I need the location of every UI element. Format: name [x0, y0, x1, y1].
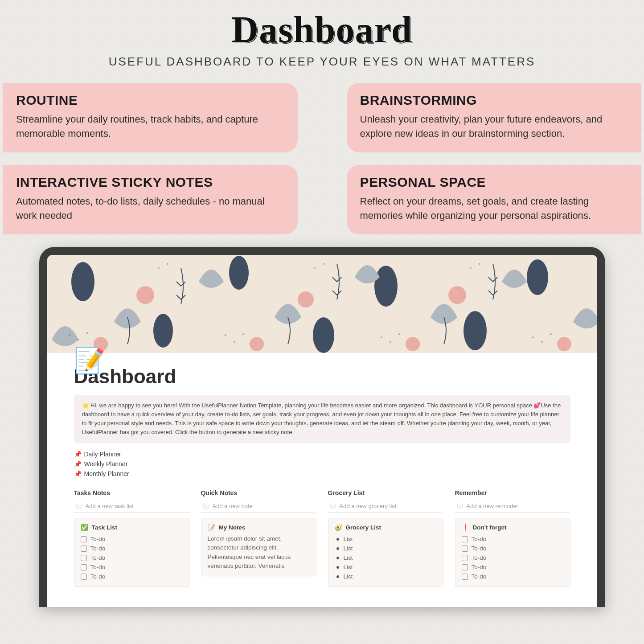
checkbox-icon[interactable] — [81, 564, 87, 570]
column-title: Remember — [455, 489, 570, 496]
pin-icon: 📌 — [74, 460, 82, 468]
bullet-icon — [336, 575, 339, 578]
sticky-note-card[interactable]: ❗Don't forgetTo-doTo-doTo-doTo-doTo-do — [455, 518, 570, 587]
svg-point-12 — [250, 337, 264, 351]
bullet-item[interactable]: List — [335, 534, 437, 544]
add-new-button[interactable]: Add a new grocery list — [328, 500, 443, 513]
feature-routine: ROUTINE Streamline your daily routines, … — [3, 83, 298, 152]
svg-point-29 — [314, 267, 316, 269]
add-new-button[interactable]: Add a new task list — [74, 500, 189, 513]
column-title: Grocery List — [328, 489, 443, 496]
page-cover — [47, 255, 597, 353]
checkbox-icon[interactable] — [81, 574, 87, 580]
bullet-icon — [336, 547, 339, 550]
todo-item[interactable]: To-do — [81, 553, 183, 562]
checkbox-icon[interactable] — [81, 536, 87, 542]
add-new-button[interactable]: Add a new note — [201, 500, 316, 513]
dashboard-column: Quick NotesAdd a new note📝My NotesLorem … — [201, 489, 316, 587]
bullet-item[interactable]: List — [335, 553, 437, 562]
todo-item[interactable]: To-do — [81, 544, 183, 553]
add-placeholder: Add a new grocery list — [340, 503, 397, 509]
svg-point-13 — [406, 337, 420, 351]
svg-point-28 — [167, 263, 168, 265]
add-icon — [76, 503, 82, 509]
add-new-button[interactable]: Add a new reminder — [455, 500, 570, 513]
svg-point-31 — [470, 267, 472, 269]
planner-links: 📌 Daily Planner 📌 Weekly Planner 📌 Month… — [74, 449, 570, 479]
sticky-note-card[interactable]: ✅Task ListTo-doTo-doTo-doTo-doTo-do — [74, 518, 189, 587]
svg-point-30 — [323, 263, 324, 265]
svg-point-16 — [78, 339, 79, 340]
svg-point-3 — [374, 266, 398, 307]
todo-item[interactable]: To-do — [462, 544, 564, 553]
card-title: Grocery List — [346, 524, 381, 531]
add-icon — [330, 503, 336, 509]
svg-point-5 — [153, 314, 173, 348]
bullet-item[interactable]: List — [335, 544, 437, 553]
sticky-note-card[interactable]: 🥑Grocery ListListListListListList — [328, 518, 443, 587]
link-label: Weekly Planner — [84, 460, 128, 468]
add-placeholder: Add a new task list — [86, 503, 134, 509]
checkbox-icon[interactable] — [462, 546, 468, 552]
todo-item[interactable]: To-do — [462, 572, 564, 581]
link-monthly-planner[interactable]: 📌 Monthly Planner — [74, 469, 570, 479]
todo-item[interactable]: To-do — [81, 534, 183, 544]
link-weekly-planner[interactable]: 📌 Weekly Planner — [74, 459, 570, 469]
notion-screen: 📝 Dashboard ⭐ Hi, we are happy to see yo… — [47, 255, 597, 607]
welcome-callout[interactable]: ⭐ Hi, we are happy to see you here! With… — [74, 395, 570, 443]
card-icon: ❗ — [462, 524, 469, 531]
checkbox-icon[interactable] — [81, 555, 87, 561]
feature-body: Streamline your daily routines, track ha… — [16, 112, 284, 141]
checkbox-icon[interactable] — [462, 574, 468, 580]
pin-icon: 📌 — [74, 470, 82, 477]
todo-label: To-do — [90, 573, 106, 580]
todo-label: To-do — [90, 536, 106, 542]
laptop-mockup: 📝 Dashboard ⭐ Hi, we are happy to see yo… — [39, 247, 605, 607]
add-placeholder: Add a new note — [213, 503, 253, 509]
feature-body: Unleash your creativity, plan your futur… — [360, 112, 628, 141]
todo-item[interactable]: To-do — [462, 562, 564, 572]
add-placeholder: Add a new reminder — [467, 503, 518, 509]
todo-item[interactable]: To-do — [462, 534, 564, 544]
bullet-item[interactable]: List — [335, 562, 437, 572]
todo-label: To-do — [90, 564, 106, 570]
todo-item[interactable]: To-do — [81, 572, 183, 581]
svg-point-1 — [71, 262, 94, 301]
add-icon — [457, 503, 463, 509]
svg-point-2 — [229, 256, 249, 290]
todo-label: To-do — [90, 554, 106, 561]
bullet-label: List — [344, 573, 353, 580]
feature-title: ROUTINE — [16, 93, 284, 108]
link-label: Monthly Planner — [84, 470, 129, 477]
memo-icon[interactable]: 📝 — [74, 346, 105, 375]
bullet-label: List — [344, 545, 353, 552]
checkbox-icon[interactable] — [81, 546, 87, 552]
svg-point-15 — [69, 334, 70, 336]
checkbox-icon[interactable] — [462, 536, 468, 542]
todo-label: To-do — [472, 564, 487, 570]
link-daily-planner[interactable]: 📌 Daily Planner — [74, 449, 570, 459]
feature-title: INTERACTIVE STICKY NOTES — [16, 175, 284, 190]
bullet-item[interactable]: List — [335, 572, 437, 581]
svg-point-9 — [298, 291, 314, 308]
checkbox-icon[interactable] — [462, 555, 468, 561]
todo-label: To-do — [472, 545, 487, 552]
note-body[interactable]: Lorem ipsum dolor sit amet, consectetur … — [208, 534, 310, 570]
svg-point-6 — [313, 317, 334, 353]
bullet-icon — [336, 538, 339, 541]
checkbox-icon[interactable] — [462, 564, 468, 570]
card-icon: ✅ — [81, 524, 88, 531]
column-title: Quick Notes — [201, 489, 316, 496]
todo-label: To-do — [90, 545, 106, 552]
link-label: Daily Planner — [84, 451, 121, 458]
todo-item[interactable]: To-do — [462, 553, 564, 562]
bullet-label: List — [344, 554, 353, 561]
sticky-note-card[interactable]: 📝My NotesLorem ipsum dolor sit amet, con… — [201, 518, 316, 576]
dashboard-column: Tasks NotesAdd a new task list✅Task List… — [74, 489, 189, 587]
todo-item[interactable]: To-do — [81, 562, 183, 572]
page-title[interactable]: Dashboard — [74, 365, 570, 388]
pin-icon: 📌 — [74, 451, 82, 458]
feature-sticky-notes: INTERACTIVE STICKY NOTES Automated notes… — [3, 165, 298, 234]
svg-point-23 — [398, 333, 400, 335]
svg-point-24 — [532, 336, 534, 338]
